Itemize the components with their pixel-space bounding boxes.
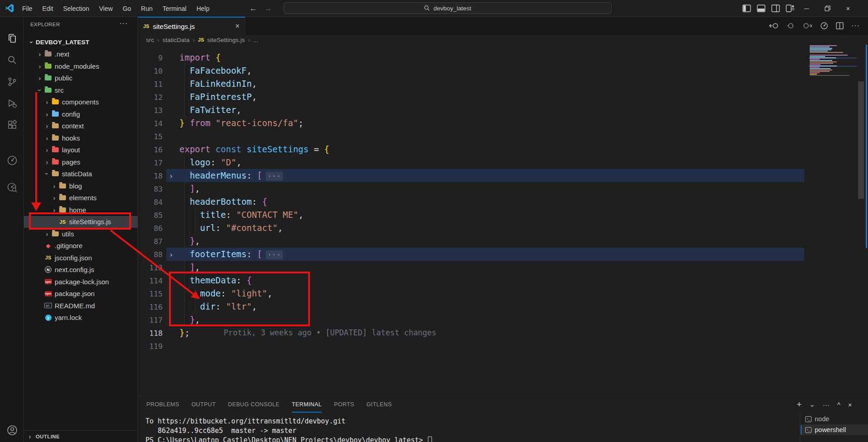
code-line[interactable]: 87 }, [138,235,868,248]
minimap[interactable] [809,45,858,78]
gitlens-icon[interactable] [0,150,24,170]
search-sidebar-icon[interactable] [0,50,24,70]
tree-folder-config[interactable]: ›config [24,108,138,120]
tree-folder-context[interactable]: ›context [24,120,138,132]
tree-folder-src[interactable]: ›src [24,84,138,96]
fold-chevron-icon[interactable]: › [163,169,179,183]
previous-change-icon[interactable] [787,22,795,29]
code-line[interactable]: 12 FaPinterestP, [138,90,868,103]
back-arrow-icon[interactable]: ← [249,4,257,13]
source-control-icon[interactable] [0,72,24,92]
tab-sitesettings[interactable]: JS siteSettings.js × [138,17,245,35]
code-line[interactable]: 18› headerMenus: [··· [138,169,868,182]
breadcrumb-item[interactable]: staticData [163,37,190,43]
menu-help[interactable]: Help [192,3,215,14]
close-tab-icon[interactable]: × [235,22,239,30]
terminal-entry-node[interactable]: >_node [801,414,868,424]
panel-tab-ports[interactable]: PORTS [334,396,354,413]
code-line[interactable]: 13 FaTwitter, [138,103,868,117]
panel-tab-problems[interactable]: PROBLEMS [146,396,179,413]
explorer-actions-icon[interactable]: ··· [119,19,128,28]
terminal-entry-powershell[interactable]: >_powershell [801,424,868,435]
explorer-title: EXPLORER [30,22,60,27]
account-icon[interactable] [0,420,24,440]
tree-file-yarn-lock[interactable]: yyarn.lock [24,312,138,324]
panel-tab-terminal[interactable]: TERMINAL [292,396,322,413]
code-line[interactable]: 86 url: "#contact", [138,221,868,235]
editor-scrollbar[interactable] [858,81,864,199]
toggle-secondary-sidebar-icon[interactable] [771,5,780,12]
tree-file-package-json[interactable]: npmpackage.json [24,288,138,300]
code-line[interactable]: 88› footerItems: [··· [138,248,868,261]
maximize-panel-icon[interactable]: ^ [837,401,840,409]
breadcrumb-item[interactable]: siteSettings.js [207,37,245,43]
tree-folder-layout[interactable]: ›layout [24,144,138,156]
tree-file-next-config-js[interactable]: Nnext.config.js [24,264,138,276]
terminal-output[interactable]: To https://bitbucket.org/ittransmitltd/d… [145,417,432,442]
tree-folder-pages[interactable]: ›pages [24,156,138,168]
next-change-icon[interactable] [802,22,812,29]
code-line[interactable]: 85 title: "CONTACT ME", [138,208,868,221]
code-line[interactable]: 10 FaFacebookF, [138,64,868,77]
code-line[interactable]: 16export const siteSettings = { [138,143,868,156]
terminal-dropdown-icon[interactable]: ⌄ [809,400,815,409]
code-line[interactable]: 15 [138,130,868,143]
breadcrumb-item[interactable]: ... [253,37,258,43]
tree-item-label: package-lock.json [55,278,109,286]
tree-root-folder[interactable]: › DEVBOY_LATEST [24,36,138,48]
explorer-icon[interactable] [0,28,24,48]
code-line[interactable]: 17 logo: "D", [138,156,868,169]
code-editor[interactable]: 9import {10 FaFacebookF,11 FaLinkedinIn,… [138,45,868,396]
outline-section[interactable]: › OUTLINE [24,430,138,442]
menu-run[interactable]: Run [136,3,158,14]
run-debug-icon[interactable] [0,94,24,113]
restore-button[interactable] [817,0,838,17]
open-changes-icon[interactable] [769,22,779,29]
tree-folder-staticdata[interactable]: ›staticData [24,168,138,180]
toggle-panel-icon[interactable] [757,5,765,12]
panel-tab-debug-console[interactable]: DEBUG CONSOLE [228,396,279,413]
gitlens-annotation-icon[interactable] [820,22,828,30]
new-terminal-icon[interactable]: + [797,400,802,409]
code-line[interactable]: 9import { [138,51,868,64]
code-line[interactable]: 84 headerBottom: { [138,195,868,208]
code-line[interactable]: 119 [138,339,868,353]
tree-folder-node-modules[interactable]: ›node_modules [24,60,138,72]
menu-file[interactable]: File [17,3,38,14]
panel-more-icon[interactable]: ··· [823,401,830,409]
tree-file-jsconfig-json[interactable]: JSjsconfig.json [24,252,138,264]
tree-folder-hooks[interactable]: ›hooks [24,132,138,144]
tree-file-package-lock-json[interactable]: npmpackage-lock.json [24,276,138,288]
code-line[interactable]: 83 ], [138,182,868,195]
toggle-sidebar-icon[interactable] [742,5,751,12]
menu-go[interactable]: Go [117,3,136,14]
tree-folder-public[interactable]: ›public [24,72,138,85]
token: } [179,328,184,338]
tree-folder--next[interactable]: ›.next [24,48,138,61]
close-panel-icon[interactable]: × [848,401,852,409]
code-line[interactable]: 118};Protik, 3 weeks ago • [UPDATED] lat… [138,326,868,339]
menu-selection[interactable]: Selection [58,3,94,14]
menu-edit[interactable]: Edit [38,3,58,14]
menu-terminal[interactable]: Terminal [158,3,192,14]
tree-folder-components[interactable]: ›components [24,96,138,108]
close-window-button[interactable]: × [838,0,859,17]
tree-file-readme-md[interactable]: M↓README.md [24,300,138,312]
fold-chevron-icon[interactable]: › [163,248,179,261]
panel-tab-gitlens[interactable]: GITLENS [366,396,392,413]
breadcrumb-item[interactable]: src [146,37,154,43]
code-line[interactable]: 14} from "react-icons/fa"; [138,117,868,130]
menu-view[interactable]: View [94,3,117,14]
gitlens-inspect-icon[interactable] [0,178,24,197]
tree-folder-blog[interactable]: ›blog [24,180,138,192]
split-editor-icon[interactable] [836,22,844,29]
minimize-button[interactable]: ─ [796,0,817,17]
extensions-icon[interactable] [0,115,24,135]
tree-file--gitignore[interactable]: ◆.gitignore [24,240,138,252]
command-center-search[interactable]: devboy_latest [283,2,612,14]
customize-layout-icon[interactable] [786,5,794,12]
code-line[interactable]: 11 FaLinkedinIn, [138,77,868,90]
more-actions-icon[interactable]: ··· [851,22,860,30]
forward-arrow-icon[interactable]: → [264,4,272,13]
panel-tab-output[interactable]: OUTPUT [192,396,216,413]
